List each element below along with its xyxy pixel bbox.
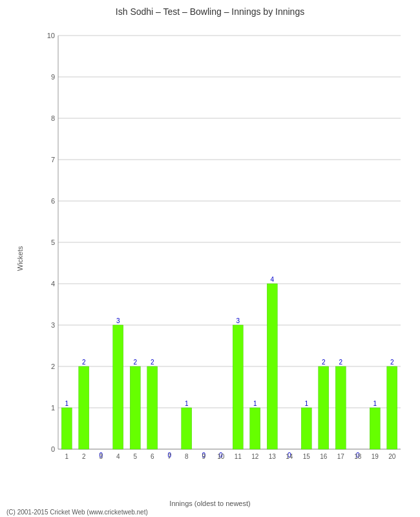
svg-text:4: 4 [116,453,120,460]
svg-text:4: 4 [270,276,274,283]
svg-text:3: 3 [51,321,55,329]
svg-text:1: 1 [253,400,257,407]
svg-text:13: 13 [269,453,277,460]
svg-text:20: 20 [388,453,396,460]
copyright-label: (C) 2001-2015 Cricket Web (www.cricketwe… [6,509,148,516]
svg-text:15: 15 [303,453,311,460]
svg-text:2: 2 [82,453,86,460]
svg-rect-27 [79,366,89,449]
svg-rect-64 [319,366,329,449]
svg-rect-24 [61,408,72,449]
svg-text:6: 6 [51,197,55,205]
svg-text:2: 2 [390,359,394,366]
svg-text:3: 3 [236,317,240,324]
svg-text:0: 0 [51,445,55,453]
svg-rect-56 [267,284,277,449]
svg-text:7: 7 [51,156,55,164]
svg-text:17: 17 [337,453,345,460]
chart-container: Ish Sodhi – Test – Bowling – Innings by … [0,0,420,517]
svg-rect-75 [387,366,397,449]
svg-text:18: 18 [354,453,362,460]
svg-rect-35 [130,366,140,449]
svg-text:19: 19 [372,453,379,460]
svg-text:6: 6 [151,453,154,460]
svg-rect-32 [113,325,123,449]
svg-text:9: 9 [202,453,205,460]
svg-text:8: 8 [185,453,189,460]
svg-text:11: 11 [235,453,242,460]
svg-text:1: 1 [65,400,68,407]
x-axis-label: Innings (oldest to newest) [169,500,250,507]
chart-svg: 0123456789101122033425260718090103111124… [36,26,407,472]
svg-text:10: 10 [217,453,225,460]
svg-text:2: 2 [51,363,55,370]
svg-text:9: 9 [51,73,55,81]
svg-text:2: 2 [339,359,342,366]
svg-text:1: 1 [65,453,68,460]
svg-text:2: 2 [82,359,86,366]
svg-text:1: 1 [51,404,55,412]
svg-text:1: 1 [185,400,189,407]
svg-text:2: 2 [322,359,326,366]
chart-area: 0123456789101122033425260718090103111124… [36,26,407,472]
svg-rect-43 [182,408,192,449]
svg-rect-50 [233,325,243,449]
svg-rect-67 [335,366,346,449]
chart-title: Ish Sodhi – Test – Bowling – Innings by … [0,0,420,20]
svg-text:1: 1 [373,400,377,407]
svg-text:2: 2 [151,359,154,366]
svg-text:7: 7 [167,453,171,460]
svg-text:5: 5 [51,238,55,246]
svg-text:1: 1 [304,400,308,407]
svg-text:3: 3 [116,317,120,324]
svg-text:5: 5 [133,453,137,460]
svg-text:4: 4 [51,280,55,288]
svg-rect-53 [250,408,260,449]
svg-text:3: 3 [99,453,103,460]
y-axis-label: Wickets [16,246,24,271]
svg-text:16: 16 [320,453,328,460]
svg-text:14: 14 [286,453,293,460]
svg-rect-72 [370,408,380,449]
svg-text:12: 12 [251,453,259,460]
svg-text:8: 8 [51,114,55,122]
svg-text:10: 10 [47,32,55,39]
svg-rect-38 [147,366,158,449]
svg-rect-61 [301,408,311,449]
svg-text:2: 2 [133,359,137,366]
